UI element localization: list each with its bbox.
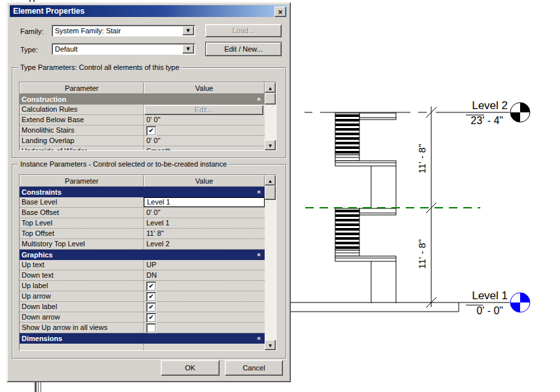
table-row: Extend Below Base 0' 0" [20,115,265,125]
table-row: Down label ✔ [20,302,265,312]
param-label: Multistory Top Level [20,239,144,249]
up-label-checkbox[interactable]: ✔ [146,282,156,291]
param-value[interactable]: 0' 0" [144,208,265,218]
type-dropdown[interactable]: Default ▼ [52,43,195,55]
param-label: Show Up arrow in all views [20,323,144,333]
instance-table-scrollbar[interactable]: ▲ ▼ [265,175,276,350]
scroll-down-icon[interactable]: ▼ [265,340,276,350]
group-row-dimensions[interactable]: Dimensions « [20,333,265,344]
level-1-elevation[interactable]: 0' - 0" [476,305,503,316]
level-2-name[interactable]: Level 2 [472,99,508,112]
type-value: Default [55,44,183,54]
level-2-elevation[interactable]: 23' - 4" [470,115,503,126]
stair-run-lower [335,208,396,303]
scroll-up-icon[interactable]: ▲ [265,175,276,186]
param-label [20,344,144,350]
show-up-arrow-checkbox[interactable] [146,323,156,333]
param-label: Calculation Rules [20,105,144,114]
param-label: Down arrow [20,312,144,322]
param-label: Extend Below Base [20,115,144,125]
collapse-chevron-icon[interactable]: « [255,336,262,340]
table-row: Top Level Level 1 [20,218,265,229]
column-header-parameter[interactable]: Parameter [20,175,144,187]
group-row-construction[interactable]: Construction « [20,94,265,105]
type-parameters-title: Type Parameters: Control all elements of… [18,63,182,71]
type-table-scrollbar[interactable]: ▲ ▼ [265,82,276,150]
level-1-head-icon[interactable] [510,293,530,312]
param-label: Base Level [20,197,144,207]
table-row: Show Up arrow in all views [20,323,265,333]
dialog-title: Element Properties [13,7,84,16]
param-value: ✔ [144,302,265,312]
background-drawing-line [35,381,37,392]
family-dropdown[interactable]: System Family: Stair ▼ [52,25,195,37]
param-label: Down label [20,302,144,312]
monolithic-stairs-checkbox[interactable]: ✔ [146,126,156,136]
table-row: Down text DN [20,270,265,281]
scrollbar-thumb[interactable] [265,186,276,200]
column-header-parameter[interactable]: Parameter [20,82,144,94]
param-label: Top Level [20,218,144,228]
param-value[interactable]: 0' 0" [144,115,265,125]
dialog-titlebar: Element Properties [10,5,287,17]
param-value[interactable]: UP [144,260,265,270]
type-label: Type: [20,46,38,54]
background-drawing-line [38,381,39,392]
down-arrow-checkbox[interactable]: ✔ [146,313,156,323]
collapse-chevron-icon[interactable]: « [255,253,262,257]
dimension-text-lower[interactable]: 11' - 8" [416,239,427,269]
table-row: Monolithic Stairs ✔ [20,125,265,136]
scrollbar-thumb[interactable] [265,93,276,105]
param-label: Down text [20,270,144,280]
ok-button[interactable]: OK [161,360,220,376]
close-icon[interactable]: × [274,7,286,17]
chevron-down-icon[interactable]: ▼ [182,44,194,54]
column-header-value[interactable]: Value [144,82,265,94]
table-row-clipped [20,344,265,350]
param-value[interactable]: 11' 8" [144,229,265,238]
collapse-chevron-icon[interactable]: « [255,190,262,194]
dimension-text-upper[interactable]: 11' - 8" [416,144,427,173]
table-row: Up text UP [20,260,265,270]
element-properties-dialog: Element Properties × Family: System Fami… [7,2,291,382]
table-row: Up arrow ✔ [20,291,265,302]
type-parameters-table: Parameter Value Construction « Calculati… [19,82,276,151]
edit-new-button[interactable]: Edit / New... [205,42,282,56]
stair-section-drawing: 11' - 8" 11' - 8" Level 2 23' - 4" Level… [289,0,560,392]
level-2-head-icon[interactable] [510,103,530,122]
collapse-chevron-icon[interactable]: « [255,97,262,101]
chevron-down-icon[interactable]: ▼ [182,26,194,35]
param-value[interactable]: Smooth [144,146,265,151]
table-row: Calculation Rules Edit... [20,105,265,115]
group-row-graphics[interactable]: Graphics « [20,250,265,260]
floor-slab [289,302,459,312]
scroll-down-icon[interactable]: ▼ [265,140,276,150]
table-row: Up label ✔ [20,281,265,291]
background-drawing-line [41,381,41,392]
down-label-checkbox[interactable]: ✔ [146,302,156,312]
table-row: Landing Overlap 0' 0" [20,136,265,146]
level-1-name[interactable]: Level 1 [472,289,508,302]
param-value[interactable]: Level 2 [144,239,265,249]
instance-parameters-table: Parameter Value Constraints « Base Level… [19,174,276,351]
param-label: Up label [20,281,144,291]
param-label: Up arrow [20,291,144,301]
cancel-button[interactable]: Cancel [225,360,283,376]
param-value[interactable]: DN [144,270,265,280]
table-row: Base Offset 0' 0" [20,208,265,218]
up-arrow-checkbox[interactable]: ✔ [146,292,156,302]
column-header-value[interactable]: Value [144,175,265,187]
load-button[interactable]: Load... [205,24,282,37]
param-label: Up text [20,260,144,270]
table-row: Underside of Winder Smooth [20,146,265,151]
family-label: Family: [20,27,43,35]
scroll-up-icon[interactable]: ▲ [265,82,276,93]
group-row-constraints[interactable]: Constraints « [20,187,265,197]
param-label: Base Offset [20,208,144,218]
param-value[interactable]: Level 1 [144,218,265,228]
stair-run-upper [335,113,396,208]
edit-calculation-rules-button[interactable]: Edit... [144,105,263,115]
param-label: Underside of Winder [20,146,144,151]
base-level-value-field[interactable]: Level 1 [144,197,265,207]
param-value[interactable]: 0' 0" [144,136,265,146]
